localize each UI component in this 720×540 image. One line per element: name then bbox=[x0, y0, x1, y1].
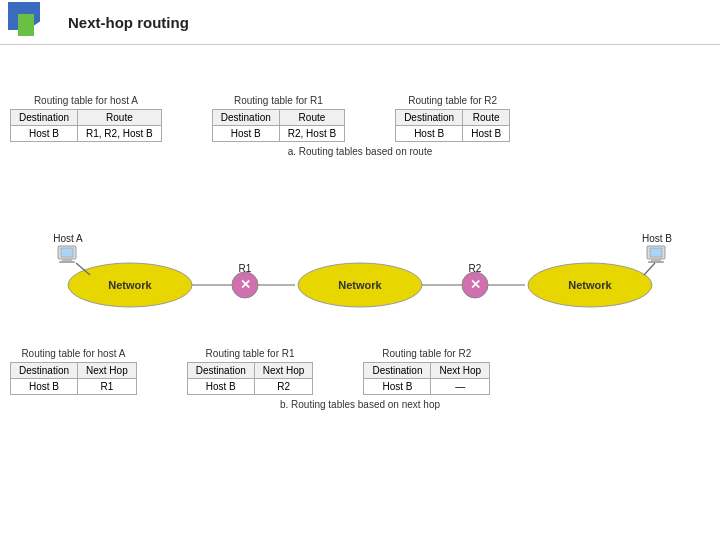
col-dest-r2a: Destination bbox=[396, 110, 463, 126]
routing-table-r2-a: Routing table for R2 Destination Route H… bbox=[395, 95, 510, 142]
col-dest-r1a: Destination bbox=[212, 110, 279, 126]
table-row: Host B Host B bbox=[396, 126, 510, 142]
routing-table-r1-b: Routing table for R1 Destination Next Ho… bbox=[187, 348, 314, 395]
section-b-tables-row: Routing table for host A Destination Nex… bbox=[10, 348, 710, 395]
caption-b: b. Routing tables based on next hop bbox=[10, 399, 710, 410]
logo-green bbox=[18, 14, 34, 36]
caption-a: a. Routing tables based on route bbox=[10, 146, 710, 157]
table-r1-a: Destination Route Host B R2, Host B bbox=[212, 109, 345, 142]
diagram-svg: Host A Network ✕ R1 Network bbox=[10, 230, 710, 340]
section-b: Routing table for host A Destination Nex… bbox=[10, 348, 710, 410]
host-a-label: Host A bbox=[53, 233, 83, 244]
table-a-b: Destination Next Hop Host B R1 bbox=[10, 362, 137, 395]
routing-table-r1-a: Routing table for R1 Destination Route H… bbox=[212, 95, 345, 142]
cell: R1, R2, Host B bbox=[78, 126, 162, 142]
col-route-r2a: Route bbox=[463, 110, 510, 126]
table-row: Host B R2, Host B bbox=[212, 126, 344, 142]
col-dest-r1b: Destination bbox=[187, 363, 254, 379]
routing-table-r2-b: Routing table for R2 Destination Next Ho… bbox=[363, 348, 490, 395]
table-r2-a: Destination Route Host B Host B bbox=[395, 109, 510, 142]
svg-rect-24 bbox=[651, 259, 661, 261]
col-nexthop-r1b: Next Hop bbox=[254, 363, 313, 379]
col-dest-ab: Destination bbox=[11, 363, 78, 379]
page-title: Next-hop routing bbox=[68, 14, 189, 31]
header: Next-hop routing bbox=[0, 0, 720, 45]
svg-text:Network: Network bbox=[338, 279, 382, 291]
logo bbox=[0, 0, 55, 45]
svg-rect-2 bbox=[62, 259, 72, 261]
table-title-r1-b: Routing table for R1 bbox=[206, 348, 295, 359]
svg-text:Network: Network bbox=[568, 279, 612, 291]
routing-table-host-a: Routing table for host A Destination Rou… bbox=[10, 95, 162, 142]
cell: Host B bbox=[396, 126, 463, 142]
svg-text:✕: ✕ bbox=[470, 277, 481, 292]
table-row: Host B R2 bbox=[187, 379, 313, 395]
cell: Host B bbox=[11, 379, 78, 395]
col-route-a: Route bbox=[78, 110, 162, 126]
svg-text:Host B: Host B bbox=[642, 233, 672, 244]
col-route-r1a: Route bbox=[279, 110, 344, 126]
table-a: Destination Route Host B R1, R2, Host B bbox=[10, 109, 162, 142]
table-title-host-a-b: Routing table for host A bbox=[21, 348, 125, 359]
svg-rect-1 bbox=[61, 248, 73, 257]
table-title-r2-b: Routing table for R2 bbox=[382, 348, 471, 359]
table-row: Host B — bbox=[364, 379, 490, 395]
main-content: Routing table for host A Destination Rou… bbox=[0, 45, 720, 540]
svg-text:R1: R1 bbox=[239, 263, 252, 274]
cell: Host B bbox=[187, 379, 254, 395]
svg-text:Network: Network bbox=[108, 279, 152, 291]
cell: Host B bbox=[212, 126, 279, 142]
section-a-tables-row: Routing table for host A Destination Rou… bbox=[10, 95, 710, 142]
network-diagram: Host A Network ✕ R1 Network bbox=[10, 230, 710, 340]
cell: Host B bbox=[11, 126, 78, 142]
svg-text:R2: R2 bbox=[469, 263, 482, 274]
col-nexthop-ab: Next Hop bbox=[78, 363, 137, 379]
svg-line-26 bbox=[644, 263, 655, 275]
svg-rect-25 bbox=[648, 261, 664, 263]
svg-text:✕: ✕ bbox=[240, 277, 251, 292]
table-row: Host B R1, R2, Host B bbox=[11, 126, 162, 142]
col-nexthop-r2b: Next Hop bbox=[431, 363, 490, 379]
table-title-host-a: Routing table for host A bbox=[34, 95, 138, 106]
col-dest-a: Destination bbox=[11, 110, 78, 126]
svg-rect-3 bbox=[59, 261, 75, 263]
cell: R2 bbox=[254, 379, 313, 395]
col-dest-r2b: Destination bbox=[364, 363, 431, 379]
svg-rect-23 bbox=[650, 248, 662, 257]
cell: R2, Host B bbox=[279, 126, 344, 142]
cell: Host B bbox=[364, 379, 431, 395]
section-a: Routing table for host A Destination Rou… bbox=[10, 95, 710, 157]
table-row: Host B R1 bbox=[11, 379, 137, 395]
table-r2-b: Destination Next Hop Host B — bbox=[363, 362, 490, 395]
table-title-r1-a: Routing table for R1 bbox=[234, 95, 323, 106]
routing-table-host-a-b: Routing table for host A Destination Nex… bbox=[10, 348, 137, 395]
table-title-r2-a: Routing table for R2 bbox=[408, 95, 497, 106]
cell: R1 bbox=[78, 379, 137, 395]
table-r1-b: Destination Next Hop Host B R2 bbox=[187, 362, 314, 395]
cell: Host B bbox=[463, 126, 510, 142]
cell: — bbox=[431, 379, 490, 395]
